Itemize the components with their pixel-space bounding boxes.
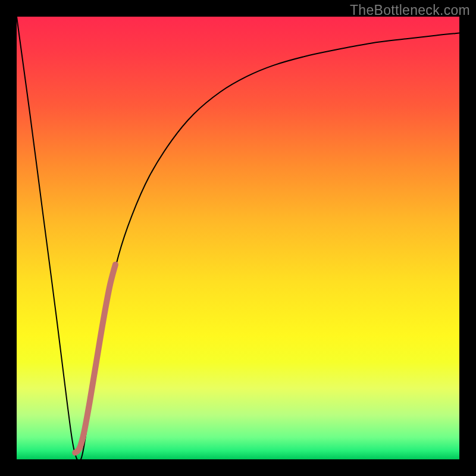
plot-area: [17, 17, 459, 459]
watermark-text: TheBottleneck.com: [350, 2, 470, 18]
chart-frame: TheBottleneck.com: [0, 0, 476, 476]
series-bottleneck-curve: [17, 17, 459, 459]
chart-svg: [17, 17, 459, 459]
series-highlight-segment: [75, 265, 115, 453]
